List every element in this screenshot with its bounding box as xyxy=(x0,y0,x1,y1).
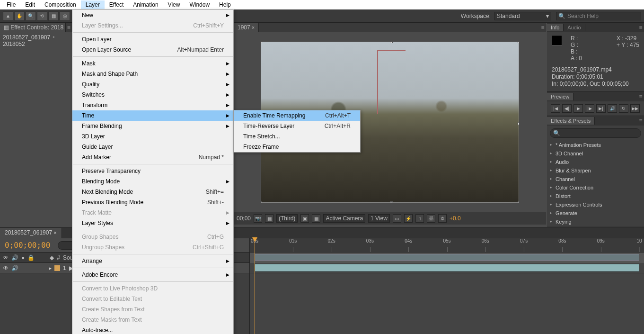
menu-item-open-layer-source[interactable]: Open Layer SourceAlt+Numpad Enter xyxy=(72,45,233,55)
eye-column-icon[interactable]: 👁 xyxy=(3,254,9,261)
menu-item-mask-and-shape-path[interactable]: Mask and Shape Path▶ xyxy=(72,69,233,79)
menu-item-guide-layer[interactable]: Guide Layer xyxy=(72,142,233,152)
grid-icon[interactable]: ▦ xyxy=(312,214,320,223)
work-area-bar[interactable] xyxy=(250,253,644,263)
effects-category[interactable]: Distort xyxy=(547,192,644,200)
timeline-tab[interactable]: 20180527_061907 × xyxy=(0,228,62,238)
work-area-range[interactable] xyxy=(255,254,639,261)
pixel-aspect-icon[interactable]: ▭ xyxy=(393,214,401,223)
roi-icon[interactable]: ▣ xyxy=(300,214,309,223)
fast-previews-icon[interactable]: ⚡ xyxy=(404,214,413,223)
menu-file[interactable]: File xyxy=(2,0,20,9)
menu-item-mask[interactable]: Mask▶ xyxy=(72,58,233,69)
flowchart-icon[interactable]: 品 xyxy=(427,214,435,223)
effects-presets-tab[interactable]: Effects & Presets xyxy=(547,117,595,125)
time-ruler[interactable]: 00s01s02s03s04s05s06s07s08s09s10 xyxy=(250,238,644,253)
rotate-tool-icon[interactable]: ⟲ xyxy=(37,11,47,21)
next-frame-icon[interactable]: |▶ xyxy=(585,104,594,113)
layer-color-swatch[interactable] xyxy=(54,265,60,271)
track-row[interactable] xyxy=(250,263,644,273)
menu-item-add-marker[interactable]: Add MarkerNumpad * xyxy=(72,152,233,162)
speaker-column-icon[interactable]: 🔊 xyxy=(11,254,18,261)
timeline-icon[interactable]: ⎍ xyxy=(415,214,424,223)
effects-category[interactable]: Blur & Sharpen xyxy=(547,166,644,175)
menu-item-layer-styles[interactable]: Layer Styles▶ xyxy=(72,218,233,228)
breadcrumb-comp[interactable]: 20180527_061907 xyxy=(3,34,50,41)
transform-handle[interactable] xyxy=(518,122,519,125)
composition-tab[interactable]: 1907 × xyxy=(234,23,259,32)
menu-help[interactable]: Help xyxy=(214,0,236,9)
menu-item-transform[interactable]: Transform▶ xyxy=(72,100,233,110)
selection-tool-icon[interactable]: ▲ xyxy=(3,11,13,21)
transform-handle[interactable] xyxy=(261,201,262,203)
twirl-icon[interactable]: ▸ xyxy=(49,265,52,271)
eye-toggle-icon[interactable]: 👁 xyxy=(3,265,9,271)
ep-panel-menu-icon[interactable]: ≡ xyxy=(637,117,644,124)
preview-tab[interactable]: Preview xyxy=(547,93,573,100)
hand-tool-icon[interactable]: ✋ xyxy=(14,11,25,21)
menu-item-arrange[interactable]: Arrange▶ xyxy=(72,256,233,266)
views-select[interactable]: 1 View xyxy=(368,214,390,223)
playhead[interactable] xyxy=(255,238,255,334)
menu-item-quality[interactable]: Quality▶ xyxy=(72,79,233,90)
menu-item-time-reverse-layer[interactable]: Time-Reverse LayerCtrl+Alt+R xyxy=(234,121,360,131)
prev-frame-icon[interactable]: ◀| xyxy=(562,104,572,113)
play-icon[interactable]: ▶ xyxy=(573,104,583,113)
menu-item-time[interactable]: Time▶ xyxy=(72,110,233,121)
menu-item-freeze-frame[interactable]: Freeze Frame xyxy=(234,142,360,152)
current-timecode[interactable]: 0;00;00;00 xyxy=(0,241,55,250)
audio-tab[interactable]: Audio xyxy=(564,24,585,31)
ram-preview-icon[interactable]: ▶▶ xyxy=(630,104,640,113)
menu-item-3d-layer[interactable]: 3D Layer xyxy=(72,131,233,142)
menu-item-preserve-transparency[interactable]: Preserve Transparency xyxy=(72,166,233,176)
effects-category[interactable]: Channel xyxy=(547,175,644,183)
first-frame-icon[interactable]: |◀ xyxy=(551,104,560,113)
breadcrumb-layer[interactable]: 2018052 xyxy=(3,41,25,47)
transform-handle[interactable] xyxy=(261,42,262,43)
menu-item-switches[interactable]: Switches▶ xyxy=(72,90,233,100)
menu-item-enable-time-remapping[interactable]: Enable Time RemappingCtrl+Alt+T xyxy=(234,110,360,121)
speaker-toggle-icon[interactable]: 🔊 xyxy=(11,265,18,271)
menu-item-new[interactable]: New▶ xyxy=(72,10,233,20)
transform-handle[interactable] xyxy=(390,201,393,203)
snapshot-icon[interactable]: 📷 xyxy=(254,214,262,223)
info-panel-menu-icon[interactable]: ≡ xyxy=(637,24,644,31)
menu-edit[interactable]: Edit xyxy=(20,0,40,9)
camera-tool-icon[interactable]: ▦ xyxy=(48,11,59,21)
menu-view[interactable]: View xyxy=(163,0,185,9)
menu-item-frame-blending[interactable]: Frame Blending▶ xyxy=(72,121,233,131)
effect-controls-tab[interactable]: ▦ Effect Controls: 2018 xyxy=(0,23,66,32)
transform-handle[interactable] xyxy=(518,201,519,203)
menu-composition[interactable]: Composition xyxy=(40,0,81,9)
reset-exposure-icon[interactable]: ✲ xyxy=(438,214,447,223)
menu-item-time-stretch-[interactable]: Time Stretch... xyxy=(234,131,360,142)
exposure-value[interactable]: +0.0 xyxy=(450,215,461,222)
last-frame-icon[interactable]: ▶| xyxy=(596,104,606,113)
menu-layer[interactable]: Layer xyxy=(81,0,105,9)
channel-icon[interactable]: ▦ xyxy=(265,214,273,223)
menu-item-next-blending-mode[interactable]: Next Blending ModeShift+= xyxy=(72,187,233,197)
resolution-select[interactable]: (Third) xyxy=(276,214,298,223)
shy-column-icon[interactable]: ◆ xyxy=(50,254,54,261)
effects-category[interactable]: Audio xyxy=(547,158,644,166)
zoom-tool-icon[interactable]: 🔍 xyxy=(26,11,36,21)
transform-handle[interactable] xyxy=(518,42,519,43)
menu-item-adobe-encore[interactable]: Adobe Encore▶ xyxy=(72,270,233,280)
effects-search-input[interactable]: 🔍 xyxy=(550,128,641,138)
menu-item-blending-mode[interactable]: Blending Mode▶ xyxy=(72,176,233,187)
layer-clip[interactable] xyxy=(255,264,639,271)
effects-category[interactable]: Keying xyxy=(547,217,644,226)
comp-panel-menu-icon[interactable]: ≡ xyxy=(539,24,546,31)
effects-category[interactable]: * Animation Presets xyxy=(547,141,644,149)
pan-behind-tool-icon[interactable]: ◎ xyxy=(60,11,70,21)
lock-column-icon[interactable]: 🔒 xyxy=(27,254,35,261)
preview-panel-menu-icon[interactable]: ≡ xyxy=(637,93,644,100)
menu-effect[interactable]: Effect xyxy=(105,0,128,9)
search-help-input[interactable]: 🔍Search Help xyxy=(556,12,641,20)
menu-animation[interactable]: Animation xyxy=(128,0,163,9)
info-tab[interactable]: Info xyxy=(547,24,564,31)
menu-window[interactable]: Window xyxy=(185,0,214,9)
effects-category[interactable]: Generate xyxy=(547,209,644,217)
loop-icon[interactable]: ↻ xyxy=(619,104,628,113)
mute-icon[interactable]: 🔊 xyxy=(608,104,617,113)
